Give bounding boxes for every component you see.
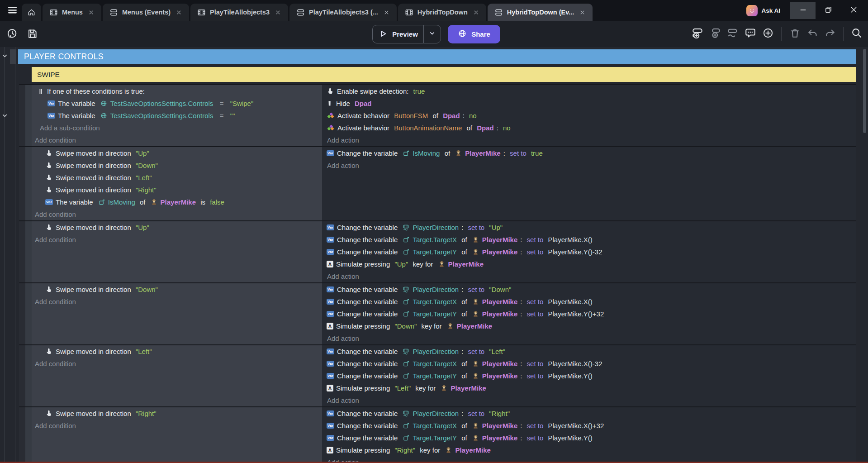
add-condition-link[interactable]: Add a sub-condition: [32, 122, 322, 134]
event-group-header[interactable]: PLAYER CONTROLS: [18, 49, 856, 64]
preview-dropdown-button[interactable]: [423, 25, 441, 43]
trash-button[interactable]: [788, 27, 802, 41]
add-subevent-button[interactable]: [708, 27, 722, 41]
condition-line[interactable]: VarThe variable TestSaveOptionsSettings.…: [32, 110, 322, 122]
condition-line[interactable]: Swipe moved in direction "Down": [32, 283, 322, 296]
add-comment-button[interactable]: [744, 27, 757, 41]
action-line[interactable]: ASimulate pressing "Right" key for Playe…: [322, 444, 856, 456]
save-button[interactable]: [25, 28, 39, 41]
add-condition-link[interactable]: Add condition: [32, 420, 322, 432]
event-block[interactable]: Swipe moved in direction "Down"Add condi…: [19, 282, 856, 344]
event-drag-handle[interactable]: [19, 221, 32, 282]
minimize-button[interactable]: [790, 2, 816, 19]
action-line[interactable]: VarChange the variable PlayerDirection: …: [322, 221, 856, 234]
tab-menus[interactable]: Menus: [43, 4, 101, 21]
action-line[interactable]: VarChange the variable Target.TargetX of…: [322, 234, 856, 246]
tab-menus-events[interactable]: Menus (Events): [103, 4, 189, 21]
add-link-label: Add action: [327, 396, 359, 404]
add-action-link[interactable]: Add action: [322, 159, 856, 172]
event-block[interactable]: Swipe moved in direction "Left"Add condi…: [19, 344, 856, 406]
add-condition-link[interactable]: Add condition: [32, 296, 322, 308]
event-block[interactable]: If one of these conditions is true:VarTh…: [19, 84, 856, 146]
close-tab-icon[interactable]: [383, 9, 390, 16]
fold-chevron-icon[interactable]: [1, 53, 8, 59]
chevron-down-icon: [428, 29, 436, 39]
redo-button[interactable]: [823, 27, 837, 41]
undo-button[interactable]: [806, 27, 819, 41]
condition-line[interactable]: Swipe moved in direction "Left": [32, 345, 322, 358]
action-line[interactable]: ASimulate pressing "Down" key for Player…: [322, 320, 856, 332]
event-block[interactable]: Swipe moved in direction "Right"Add cond…: [19, 406, 856, 463]
main-menu-button[interactable]: [5, 5, 20, 17]
condition-line[interactable]: Swipe moved in direction "Down": [32, 159, 322, 172]
condition-line[interactable]: Swipe moved in direction "Left": [32, 172, 322, 184]
action-line[interactable]: Activate behavior ButtonFSM of Dpad: no: [322, 110, 856, 122]
condition-line[interactable]: VarThe variable TestSaveOptionsSettings.…: [32, 97, 322, 110]
preview-main[interactable]: Preview: [373, 29, 423, 40]
action-line[interactable]: ASimulate pressing "Up" key for PlayerMi…: [322, 258, 856, 270]
add-action-link[interactable]: Add action: [322, 270, 856, 282]
condition-line[interactable]: Swipe moved in direction "Up": [32, 221, 322, 234]
restore-button[interactable]: [816, 2, 841, 19]
condition-line[interactable]: Swipe moved in direction "Right": [32, 184, 322, 196]
close-tab-icon[interactable]: [579, 9, 586, 16]
add-event-button[interactable]: [691, 27, 704, 41]
share-button[interactable]: Share: [448, 25, 500, 43]
history-button[interactable]: [5, 28, 19, 41]
action-line[interactable]: ASimulate pressing "Left" key for Player…: [322, 382, 856, 394]
add-circle-button[interactable]: [761, 27, 775, 41]
fold-chevron-icon[interactable]: [1, 112, 8, 119]
action-line[interactable]: VarChange the variable PlayerDirection: …: [322, 407, 856, 420]
text-segment: of: [460, 248, 469, 256]
condition-line[interactable]: Swipe moved in direction "Up": [32, 147, 322, 159]
event-drag-handle[interactable]: [19, 407, 32, 463]
add-action-link[interactable]: Add action: [322, 134, 856, 146]
action-line[interactable]: Activate behavior ButtonAnimationName of…: [322, 122, 856, 134]
tab-playtileallobjects3[interactable]: PlayTileAllobjects3: [190, 4, 288, 21]
add-condition-link[interactable]: Add condition: [32, 358, 322, 370]
add-action-link[interactable]: Add action: [322, 394, 856, 406]
action-line[interactable]: VarChange the variable PlayerDirection: …: [322, 283, 856, 296]
close-tab-icon[interactable]: [473, 9, 479, 16]
condition-line[interactable]: Swipe moved in direction "Right": [32, 407, 322, 420]
action-line[interactable]: Hide Dpad: [322, 97, 856, 110]
action-line[interactable]: VarChange the variable Target.TargetX of…: [322, 296, 856, 308]
ask-ai-button[interactable]: Ask AI: [746, 5, 780, 16]
tab-hybridtopdown-events[interactable]: HybridTopDown (Ev...: [488, 4, 593, 21]
event-block[interactable]: Swipe moved in direction "Up"Add conditi…: [19, 220, 856, 282]
event-subgroup-header[interactable]: SWIPE: [32, 67, 856, 82]
action-line[interactable]: VarChange the variable Target.TargetX of…: [322, 420, 856, 432]
close-tab-icon[interactable]: [175, 9, 182, 16]
event-drag-handle[interactable]: [19, 85, 32, 146]
add-condition-link[interactable]: Add condition: [32, 208, 322, 220]
action-line[interactable]: Enable swipe detection: true: [322, 85, 856, 97]
add-other-event-button[interactable]: [726, 27, 740, 41]
search-button[interactable]: [850, 27, 863, 41]
add-action-link[interactable]: Add action: [322, 332, 856, 344]
action-line[interactable]: VarChange the variable Target.TargetX of…: [322, 358, 856, 370]
condition-line[interactable]: If one of these conditions is true:: [32, 85, 322, 97]
vertical-scrollbar[interactable]: [863, 49, 866, 133]
tab-home[interactable]: [22, 4, 41, 21]
close-window-button[interactable]: [841, 2, 866, 19]
action-line[interactable]: VarChange the variable Target.TargetY of…: [322, 370, 856, 382]
add-condition-link[interactable]: Add condition: [32, 134, 322, 146]
action-line[interactable]: VarChange the variable Target.TargetY of…: [322, 246, 856, 258]
preview-button[interactable]: Preview: [372, 25, 441, 43]
event-block[interactable]: Swipe moved in direction "Up"Swipe moved…: [19, 146, 856, 220]
close-tab-icon[interactable]: [88, 9, 95, 16]
condition-line[interactable]: VarThe variable IsMoving of PlayerMike i…: [32, 196, 322, 208]
action-line[interactable]: VarChange the variable Target.TargetY of…: [322, 308, 856, 320]
add-condition-link[interactable]: Add condition: [32, 234, 322, 246]
action-line[interactable]: VarChange the variable Target.TargetY of…: [322, 432, 856, 444]
tab-hybridtopdown[interactable]: HybridTopDown: [398, 4, 486, 21]
event-drag-handle[interactable]: [19, 147, 32, 220]
action-line[interactable]: VarChange the variable PlayerDirection: …: [322, 345, 856, 358]
close-tab-icon[interactable]: [275, 9, 281, 16]
event-drag-handle[interactable]: [19, 283, 32, 344]
group-drag-handle[interactable]: [10, 49, 16, 64]
event-drag-handle[interactable]: [19, 345, 32, 406]
action-line[interactable]: VarChange the variable IsMoving of Playe…: [322, 147, 856, 159]
text-segment: "Right": [136, 186, 157, 194]
tab-playtileallobjects3-events[interactable]: PlayTileAllobjects3 (...: [289, 4, 397, 21]
